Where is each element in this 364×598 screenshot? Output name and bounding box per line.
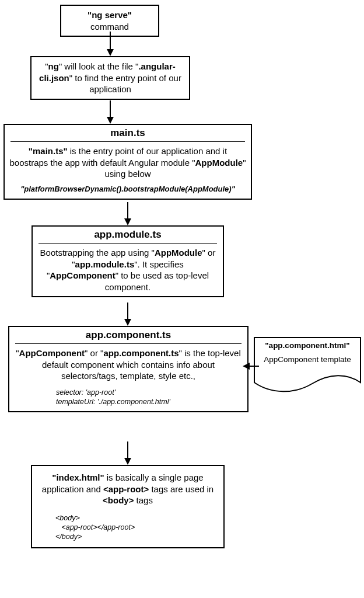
node-app-module-ts: app.module.ts Bootstrapping the app usin…: [32, 225, 224, 297]
svg-marker-11: [124, 458, 131, 465]
index-html-code: <body> <app-root></app-root> </body>: [32, 510, 223, 548]
svg-marker-9: [243, 363, 250, 370]
svg-marker-3: [107, 117, 114, 124]
svg-marker-5: [124, 218, 131, 225]
ng-serve-label: "ng serve": [88, 10, 132, 20]
arrow-4: [124, 303, 131, 326]
main-ts-code: "platformBrowserDynamic().bootstrapModul…: [5, 183, 251, 199]
templateurl-code: templateUrl: './app.component.html': [56, 398, 170, 406]
arrow-2: [107, 100, 114, 124]
arrow-5: [124, 441, 131, 465]
selector-code: selector: 'app-root': [56, 388, 116, 397]
arrow-3: [124, 202, 131, 225]
arrow-doc-to-component: [243, 362, 260, 370]
node-app-component-ts: app.component.ts "AppComponent" or "app.…: [8, 326, 249, 412]
node-index-html: "index.html" is basically a single page …: [31, 465, 225, 548]
node-main-ts: main.ts "main.ts" is the entry point of …: [4, 124, 252, 200]
doc-title: "app.component.html": [265, 341, 350, 350]
node-angular-cli-json: "ng" will look at the file ".angular-cli…: [30, 56, 190, 100]
app-module-title: app.module.ts: [33, 227, 223, 243]
node-app-component-html: "app.component.html" AppComponent templa…: [254, 337, 361, 395]
svg-marker-7: [124, 319, 131, 326]
doc-sub: AppComponent template: [264, 354, 351, 365]
app-component-title: app.component.ts: [9, 327, 247, 343]
ng-serve-sub: command: [90, 22, 129, 32]
svg-marker-1: [107, 49, 114, 56]
arrow-1: [107, 32, 114, 56]
main-ts-title: main.ts: [5, 125, 251, 141]
